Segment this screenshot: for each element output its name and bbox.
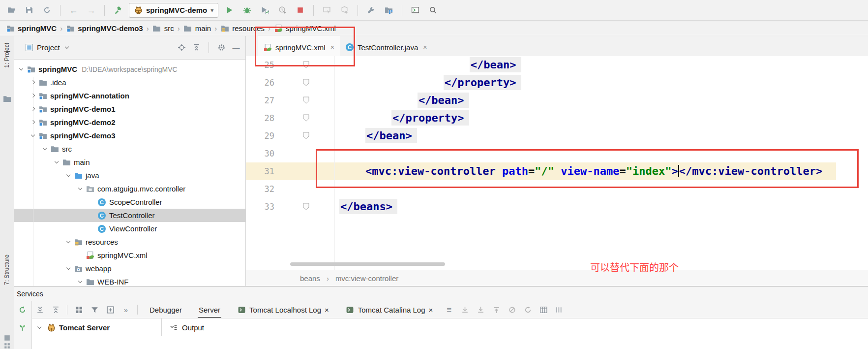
fold-marker-icon[interactable] bbox=[303, 79, 309, 86]
breadcrumb-item-resources[interactable]: resources bbox=[220, 24, 265, 32]
restore-layout-icon[interactable] bbox=[523, 305, 532, 314]
horizontal-scrollbar[interactable] bbox=[290, 262, 445, 266]
output-tab[interactable]: Output bbox=[161, 318, 204, 336]
add-service-icon[interactable] bbox=[106, 305, 115, 314]
tree-item-testcontroller[interactable]: CTestController bbox=[14, 209, 245, 222]
run-config-select[interactable]: springMVC-demo▾ bbox=[129, 3, 218, 18]
project-strip-folder-icon[interactable] bbox=[2, 94, 11, 103]
tomcat-server-node[interactable]: Tomcat Server bbox=[32, 318, 110, 336]
tree-item-com-atguigu-mvc-controller[interactable]: com.atguigu.mvc.controller bbox=[14, 182, 245, 195]
tree-item-src[interactable]: src bbox=[14, 142, 245, 156]
output-dropdown-icon[interactable] bbox=[169, 323, 178, 332]
tree-item-main[interactable]: main bbox=[14, 156, 245, 169]
tree-item-springmvc-demo1[interactable]: springMVC-demo1 bbox=[14, 102, 245, 116]
editor-tab-springmvc-xml[interactable]: springMVC.xml× bbox=[258, 36, 340, 59]
services-tab-server[interactable]: Server bbox=[194, 301, 225, 318]
deploy-package-icon[interactable] bbox=[338, 3, 351, 17]
chevron-down-icon[interactable] bbox=[36, 326, 43, 328]
tool-window-tab-structure[interactable]: 7: Structure bbox=[3, 254, 10, 285]
code-editor[interactable]: 25</bean>26</property>27</bean>28</prope… bbox=[246, 56, 868, 270]
fold-marker-icon[interactable] bbox=[303, 114, 309, 122]
debug-button[interactable] bbox=[240, 3, 254, 17]
view-options-icon[interactable]: ≡ bbox=[445, 305, 453, 314]
breadcrumb-item-springmvc-demo3[interactable]: springMVC-demo3 bbox=[66, 24, 143, 32]
tree-item-viewcontroller[interactable]: CViewController bbox=[14, 222, 245, 235]
fold-marker-icon[interactable] bbox=[303, 96, 309, 104]
chevron-right-icon[interactable] bbox=[30, 94, 37, 97]
group-by-icon[interactable] bbox=[74, 305, 83, 314]
tree-item-java[interactable]: java bbox=[14, 169, 245, 182]
fold-marker-icon[interactable] bbox=[303, 61, 309, 68]
scroll-to-end-icon[interactable] bbox=[460, 305, 469, 314]
tree-item-scopecontroller[interactable]: CScopeController bbox=[14, 195, 245, 209]
back-icon[interactable]: ← bbox=[67, 3, 80, 17]
locate-icon[interactable] bbox=[177, 43, 186, 52]
build-hammer-icon[interactable] bbox=[111, 3, 124, 17]
chevron-down-icon[interactable] bbox=[30, 134, 37, 136]
bottom-strip-icon-2[interactable] bbox=[2, 341, 11, 349]
chevron-down-icon[interactable] bbox=[77, 188, 84, 190]
hide-panel-icon[interactable]: — bbox=[232, 43, 240, 52]
stop-button[interactable] bbox=[294, 3, 307, 17]
breadcrumb-item-springmvc[interactable]: springMVC bbox=[6, 24, 57, 32]
tree-item-webapp[interactable]: webapp bbox=[14, 262, 245, 275]
project-structure-icon[interactable] bbox=[382, 3, 395, 17]
move-up-icon[interactable] bbox=[492, 305, 501, 314]
close-icon[interactable]: × bbox=[423, 43, 427, 51]
save-all-icon[interactable] bbox=[23, 3, 36, 17]
tool-window-tab-project[interactable]: 1: Project bbox=[3, 43, 10, 68]
run-button[interactable] bbox=[223, 3, 236, 17]
run-window-icon[interactable] bbox=[320, 3, 333, 17]
breadcrumb-mvc-view-controller[interactable]: mvc:view-controller bbox=[335, 274, 398, 283]
breadcrumb-beans[interactable]: beans bbox=[300, 274, 320, 283]
expand-all-icon[interactable] bbox=[35, 305, 44, 314]
chevron-right-icon[interactable] bbox=[30, 121, 37, 124]
chevron-right-icon[interactable] bbox=[30, 81, 37, 84]
editor-tab-testcontroller-java[interactable]: CTestController.java× bbox=[340, 36, 433, 59]
forward-icon[interactable]: → bbox=[85, 3, 98, 17]
breadcrumb-item-main[interactable]: main bbox=[183, 24, 211, 32]
collapse-all-icon[interactable] bbox=[51, 305, 60, 314]
terminal-icon[interactable] bbox=[409, 3, 422, 17]
filter-icon[interactable] bbox=[90, 305, 99, 314]
chevron-right-icon[interactable] bbox=[30, 107, 37, 110]
chevron-down-icon[interactable] bbox=[63, 46, 71, 48]
chevron-down-icon[interactable] bbox=[65, 174, 72, 176]
close-icon[interactable]: × bbox=[330, 43, 334, 51]
chevron-down-icon[interactable] bbox=[18, 68, 25, 70]
chevron-down-icon[interactable] bbox=[77, 281, 84, 283]
breadcrumb-item-src[interactable]: src bbox=[152, 24, 174, 32]
chevron-down-icon[interactable] bbox=[53, 161, 60, 163]
services-tab-debugger[interactable]: Debugger bbox=[145, 301, 187, 318]
fold-marker-icon[interactable] bbox=[303, 132, 309, 139]
tree-item-springmvc-xml[interactable]: springMVC.xml bbox=[14, 249, 245, 262]
rerun-server-icon[interactable] bbox=[18, 305, 27, 314]
services-tab-tomcat-localhost-log[interactable]: Tomcat Localhost Log× bbox=[232, 301, 334, 318]
columns-icon[interactable] bbox=[555, 305, 564, 314]
project-panel-title[interactable]: Project bbox=[37, 43, 60, 52]
tree-item-resources[interactable]: resources bbox=[14, 235, 245, 249]
chevron-down-icon[interactable] bbox=[41, 148, 49, 150]
fold-marker-icon[interactable] bbox=[303, 203, 309, 210]
chevron-down-icon[interactable] bbox=[65, 267, 72, 269]
breadcrumb-item-springmvc-xml[interactable]: springMVC.xml bbox=[274, 24, 336, 32]
close-icon[interactable]: × bbox=[325, 306, 329, 314]
services-tab-tomcat-catalina-log[interactable]: Tomcat Catalina Log× bbox=[341, 301, 438, 318]
tree-item-springmvc[interactable]: springMVCD:\IDEA\workspace\springMVC bbox=[14, 63, 245, 76]
settings-gear-icon[interactable] bbox=[217, 43, 226, 52]
tree-item-springmvc-annotation[interactable]: springMVC-annotation bbox=[14, 89, 245, 102]
chevron-down-icon[interactable] bbox=[65, 241, 72, 243]
close-icon[interactable]: × bbox=[429, 306, 433, 314]
collapse-all-icon[interactable] bbox=[192, 43, 201, 52]
open-folder-icon[interactable] bbox=[5, 3, 18, 17]
more-chevrons-icon[interactable]: » bbox=[121, 305, 130, 314]
table-view-icon[interactable] bbox=[539, 305, 548, 314]
move-down-icon[interactable] bbox=[476, 305, 485, 314]
settings-wrench-icon[interactable] bbox=[364, 3, 378, 17]
services-title[interactable]: Services bbox=[17, 290, 43, 298]
clear-icon[interactable] bbox=[508, 305, 516, 314]
tree-item-springmvc-demo2[interactable]: springMVC-demo2 bbox=[14, 116, 245, 129]
sync-icon[interactable] bbox=[40, 3, 54, 17]
service-action-icon[interactable] bbox=[18, 323, 27, 332]
profiler-button[interactable] bbox=[276, 3, 289, 17]
